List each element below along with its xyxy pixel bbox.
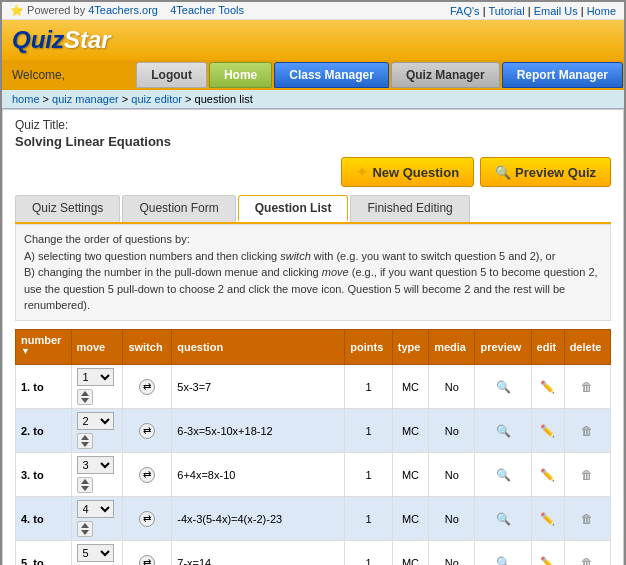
tab-question-list[interactable]: Question List [238,195,349,222]
cell-preview[interactable]: 🔍 [475,365,531,409]
th-type: type [392,329,428,365]
cell-points: 1 [345,409,393,453]
position-select[interactable]: 12345678910 [77,544,114,562]
cell-edit[interactable]: ✏️ [531,541,564,565]
delete-icon[interactable]: 🗑 [581,424,593,438]
edit-icon[interactable]: ✏️ [540,380,555,394]
th-move: move [71,329,123,365]
preview-icon[interactable]: 🔍 [496,468,511,482]
cell-number: 5. to [16,541,72,565]
preview-icon[interactable]: 🔍 [496,556,511,565]
4teacher-tools-link[interactable]: 4Teacher Tools [170,4,244,16]
switch-icon[interactable]: ⇄ [139,511,155,527]
switch-icon[interactable]: ⇄ [139,379,155,395]
cell-points: 1 [345,453,393,497]
header: QuizStar [2,20,624,60]
breadcrumb-question-list: question list [195,93,253,105]
preview-icon[interactable]: 🔍 [496,424,511,438]
cell-edit[interactable]: ✏️ [531,409,564,453]
edit-icon[interactable]: ✏️ [540,468,555,482]
cell-switch[interactable]: ⇄ [123,541,172,565]
cell-preview[interactable]: 🔍 [475,497,531,541]
cell-switch[interactable]: ⇄ [123,497,172,541]
th-points: points [345,329,393,365]
cell-delete[interactable]: 🗑 [564,453,610,497]
cell-move-select[interactable]: 12345678910 [71,541,123,565]
cell-preview[interactable]: 🔍 [475,541,531,565]
nav-class-manager[interactable]: Class Manager [274,62,389,88]
preview-quiz-button[interactable]: 🔍 Preview Quiz [480,157,611,187]
tab-question-form[interactable]: Question Form [122,195,235,222]
cell-media: No [429,409,475,453]
tab-quiz-settings[interactable]: Quiz Settings [15,195,120,222]
cell-delete[interactable]: 🗑 [564,541,610,565]
edit-icon[interactable]: ✏️ [540,424,555,438]
cell-move-select[interactable]: 12345678910 [71,497,123,541]
cell-edit[interactable]: ✏️ [531,365,564,409]
preview-icon[interactable]: 🔍 [496,512,511,526]
move-arrows[interactable] [77,477,93,493]
cell-edit[interactable]: ✏️ [531,497,564,541]
nav-logout[interactable]: Logout [136,62,207,88]
cell-number: 2. to [16,409,72,453]
position-select[interactable]: 12345678910 [77,412,114,430]
breadcrumb-home[interactable]: home [12,93,40,105]
th-delete: delete [564,329,610,365]
faq-link[interactable]: FAQ's [450,5,480,17]
position-select[interactable]: 12345678910 [77,368,114,386]
switch-icon[interactable]: ⇄ [139,423,155,439]
cell-delete[interactable]: 🗑 [564,409,610,453]
cell-number: 4. to [16,497,72,541]
breadcrumb-quiz-manager[interactable]: quiz manager [52,93,119,105]
edit-icon[interactable]: ✏️ [540,556,555,565]
position-select[interactable]: 12345678910 [77,500,114,518]
4teachers-link[interactable]: 4Teachers.org [88,4,158,16]
cell-delete[interactable]: 🗑 [564,497,610,541]
edit-icon[interactable]: ✏️ [540,512,555,526]
cell-preview[interactable]: 🔍 [475,453,531,497]
tab-finished-editing[interactable]: Finished Editing [350,195,469,222]
delete-icon[interactable]: 🗑 [581,512,593,526]
switch-icon[interactable]: ⇄ [139,555,155,565]
search-icon: 🔍 [495,165,511,180]
move-arrows[interactable] [77,521,93,537]
table-row: 4. to 12345678910 ⇄ -4x-3(5-4x)=4(x-2)-2… [16,497,611,541]
th-question: question [172,329,345,365]
cell-move-select[interactable]: 12345678910 [71,365,123,409]
switch-icon[interactable]: ⇄ [139,467,155,483]
breadcrumb-quiz-editor[interactable]: quiz editor [131,93,182,105]
cell-switch[interactable]: ⇄ [123,365,172,409]
delete-icon[interactable]: 🗑 [581,380,593,394]
table-row: 3. to 12345678910 ⇄ 6+4x=8x-10 1 MC No 🔍… [16,453,611,497]
cell-preview[interactable]: 🔍 [475,409,531,453]
cell-media: No [429,365,475,409]
email-link[interactable]: Email Us [534,5,578,17]
cell-type: MC [392,541,428,565]
position-select[interactable]: 12345678910 [77,456,114,474]
cell-points: 1 [345,541,393,565]
nav-quiz-manager[interactable]: Quiz Manager [391,62,500,88]
tutorial-link[interactable]: Tutorial [488,5,524,17]
cell-move-select[interactable]: 12345678910 [71,453,123,497]
cell-switch[interactable]: ⇄ [123,453,172,497]
new-question-button[interactable]: ✦ New Question [341,157,474,187]
delete-icon[interactable]: 🗑 [581,468,593,482]
delete-icon[interactable]: 🗑 [581,556,593,565]
nav-tabs: Logout Home Class Manager Quiz Manager R… [135,60,624,90]
move-arrows[interactable] [77,389,93,405]
cell-delete[interactable]: 🗑 [564,365,610,409]
th-media: media [429,329,475,365]
cell-edit[interactable]: ✏️ [531,453,564,497]
cell-move-select[interactable]: 12345678910 [71,409,123,453]
table-row: 1. to 12345678910 ⇄ 5x-3=7 1 MC No 🔍 ✏️ … [16,365,611,409]
preview-icon[interactable]: 🔍 [496,380,511,394]
nav-report-manager[interactable]: Report Manager [502,62,623,88]
top-bar: ⭐ Powered by 4Teachers.org 4Teacher Tool… [2,2,624,20]
nav-home[interactable]: Home [209,62,272,88]
table-row: 2. to 12345678910 ⇄ 6-3x=5x-10x+18-12 1 … [16,409,611,453]
action-buttons: ✦ New Question 🔍 Preview Quiz [15,157,611,187]
main-content: Quiz Title: Solving Linear Equations ✦ N… [2,109,624,565]
move-arrows[interactable] [77,433,93,449]
cell-switch[interactable]: ⇄ [123,409,172,453]
home-top-link[interactable]: Home [587,5,616,17]
